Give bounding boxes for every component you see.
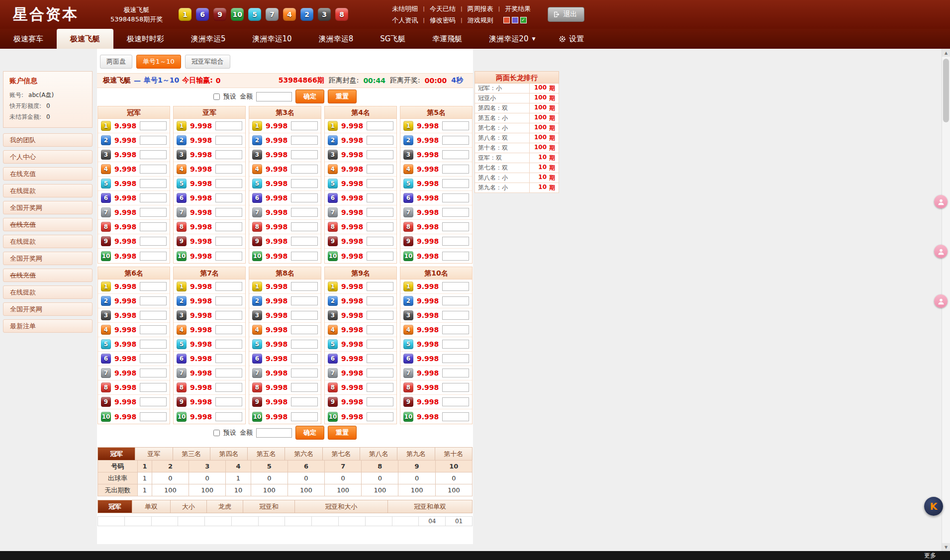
confirm-button[interactable]: 确定 [295, 90, 324, 103]
customer-service-icon[interactable] [934, 195, 948, 208]
k-float-button[interactable]: K [924, 497, 943, 516]
bet-amount-input[interactable] [291, 165, 318, 174]
bet-amount-input[interactable] [140, 282, 167, 291]
header-link-top-4[interactable]: 开奖结果 [505, 4, 531, 13]
bet-amount-input[interactable] [291, 369, 318, 377]
bet-amount-input[interactable] [215, 282, 242, 291]
bet-amount-input[interactable] [140, 165, 167, 174]
bet-amount-input[interactable] [367, 252, 393, 261]
bet-amount-input[interactable] [291, 282, 318, 291]
bet-amount-input[interactable] [140, 193, 167, 202]
amount-input[interactable] [256, 428, 292, 438]
sidebar-item-9[interactable]: 在线充值 [3, 269, 93, 282]
sidebar-item-8[interactable]: 全国开奖网 [3, 252, 93, 265]
preset-checkbox[interactable] [213, 430, 220, 436]
bet-amount-input[interactable] [140, 136, 167, 145]
bet-amount-input[interactable] [442, 165, 469, 174]
bet-amount-input[interactable] [367, 282, 393, 291]
bet-amount-input[interactable] [367, 222, 393, 231]
bet-amount-input[interactable] [367, 311, 393, 320]
theme-swatch-2[interactable] [512, 17, 518, 23]
bet-amount-input[interactable] [140, 121, 167, 130]
nav-tab-6[interactable]: 澳洲幸运8 [305, 29, 367, 49]
bet-amount-input[interactable] [215, 325, 242, 334]
bet-amount-input[interactable] [367, 165, 393, 174]
stats-position-tab-8[interactable]: 第八名 [360, 448, 397, 460]
theme-swatch-1[interactable] [503, 17, 510, 23]
scroll-up-arrow[interactable]: ▲ [942, 49, 950, 57]
board-subtab-2[interactable]: 单号1～10 [136, 55, 181, 69]
bet-amount-input[interactable] [215, 136, 242, 145]
bet-amount-input[interactable] [140, 369, 167, 377]
confirm-button[interactable]: 确定 [295, 426, 324, 440]
bet-amount-input[interactable] [215, 179, 242, 188]
bet-amount-input[interactable] [215, 222, 242, 231]
bet-amount-input[interactable] [367, 121, 393, 130]
customer-service-icon[interactable] [934, 294, 948, 308]
bet-amount-input[interactable] [291, 354, 318, 363]
board-subtab-1[interactable]: 两面盘 [100, 55, 132, 69]
board-subtab-3[interactable]: 冠亚军组合 [185, 55, 230, 69]
header-link-bottom-2[interactable]: 修改密码 [430, 16, 456, 25]
stats-position-tab-10[interactable]: 第十名 [435, 448, 472, 460]
bet-amount-input[interactable] [367, 354, 393, 363]
bet-amount-input[interactable] [442, 325, 469, 334]
bet-amount-input[interactable] [140, 296, 167, 305]
bet-amount-input[interactable] [442, 383, 469, 392]
bet-amount-input[interactable] [291, 383, 318, 392]
bet-amount-input[interactable] [291, 208, 318, 217]
header-link-top-3[interactable]: 两周报表 [468, 4, 493, 13]
bet-amount-input[interactable] [291, 136, 318, 145]
trend-type-tab-5[interactable]: 冠亚和 [243, 500, 295, 513]
bet-amount-input[interactable] [215, 412, 242, 421]
logout-button[interactable]: 退出 [548, 7, 584, 22]
stats-position-tab-3[interactable]: 第三名 [173, 448, 210, 460]
bet-amount-input[interactable] [442, 397, 469, 406]
nav-tab-1[interactable]: 极速赛车 [0, 29, 57, 49]
trend-type-tab-2[interactable]: 单双 [132, 500, 171, 513]
bet-amount-input[interactable] [291, 121, 318, 130]
bet-amount-input[interactable] [291, 325, 318, 334]
bet-amount-input[interactable] [291, 150, 318, 159]
bet-amount-input[interactable] [291, 311, 318, 320]
stats-position-tab-2[interactable]: 亚军 [135, 448, 173, 460]
bet-amount-input[interactable] [140, 397, 167, 406]
bet-amount-input[interactable] [291, 179, 318, 188]
bet-amount-input[interactable] [215, 121, 242, 130]
bet-amount-input[interactable] [140, 311, 167, 320]
bet-amount-input[interactable] [367, 412, 393, 421]
bet-amount-input[interactable] [291, 193, 318, 202]
bet-amount-input[interactable] [442, 412, 469, 421]
sidebar-item-1[interactable]: 我的团队 [3, 133, 93, 147]
bet-amount-input[interactable] [140, 325, 167, 334]
bet-amount-input[interactable] [442, 237, 469, 246]
bet-amount-input[interactable] [291, 397, 318, 406]
stats-position-tab-5[interactable]: 第五名 [248, 448, 285, 460]
bet-amount-input[interactable] [442, 252, 469, 261]
bet-amount-input[interactable] [367, 383, 393, 392]
bet-amount-input[interactable] [442, 150, 469, 159]
bet-amount-input[interactable] [442, 136, 469, 145]
bet-amount-input[interactable] [291, 296, 318, 305]
bet-amount-input[interactable] [215, 397, 242, 406]
settings-button[interactable]: 设置 [549, 29, 594, 49]
bet-amount-input[interactable] [215, 340, 242, 349]
nav-tab-5[interactable]: 澳洲幸运10 [239, 29, 305, 49]
bet-amount-input[interactable] [442, 179, 469, 188]
stats-position-tab-9[interactable]: 第九名 [397, 448, 435, 460]
stats-position-tab-1[interactable]: 冠军 [98, 448, 135, 460]
bet-amount-input[interactable] [215, 252, 242, 261]
stats-position-tab-6[interactable]: 第六名 [285, 448, 322, 460]
amount-input[interactable] [256, 92, 292, 101]
nav-tab-4[interactable]: 澳洲幸运5 [178, 29, 239, 49]
bet-amount-input[interactable] [442, 369, 469, 377]
bet-amount-input[interactable] [215, 383, 242, 392]
scroll-down-arrow[interactable]: ▼ [942, 543, 950, 551]
trend-type-tab-7[interactable]: 冠亚和单双 [388, 500, 472, 513]
bet-amount-input[interactable] [140, 208, 167, 217]
bet-amount-input[interactable] [140, 354, 167, 363]
bet-amount-input[interactable] [442, 282, 469, 291]
bet-amount-input[interactable] [140, 412, 167, 421]
bet-amount-input[interactable] [140, 252, 167, 261]
bet-amount-input[interactable] [140, 179, 167, 188]
